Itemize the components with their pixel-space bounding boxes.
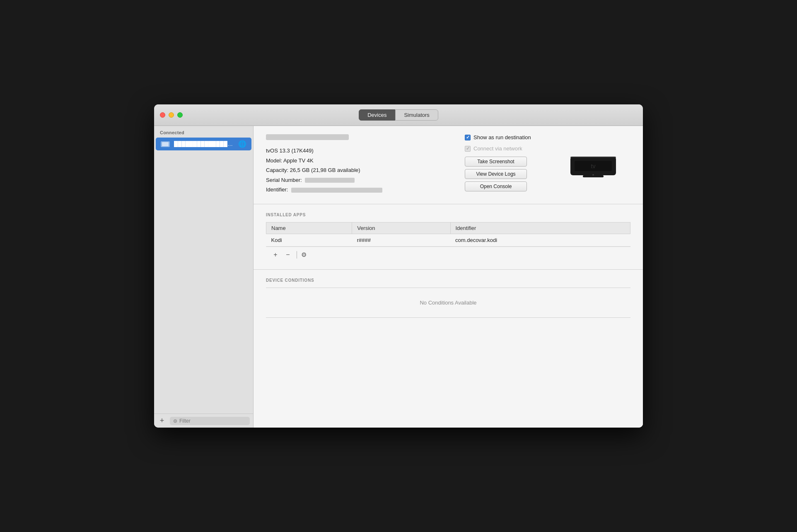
svg-rect-5 xyxy=(583,175,604,177)
show-run-destination-checkbox[interactable]: ✓ xyxy=(465,135,471,140)
model-row: Model: Apple TV 4K xyxy=(266,157,448,165)
main-window: Devices Simulators Connected ███████████… xyxy=(154,104,643,428)
app-identifier: com.decovar.kodi xyxy=(450,234,630,246)
connect-via-network-row: ✓ Connect via network xyxy=(465,145,539,152)
apple-tv-svg: tv xyxy=(564,146,622,184)
table-toolbar: + − ⚙ xyxy=(266,247,630,261)
svg-text:tv: tv xyxy=(591,163,596,169)
sidebar-footer: + ⊜ Filter xyxy=(154,414,253,428)
device-info-left: tvOS 13.3 (17K449) Model: Apple TV 4K Ca… xyxy=(266,134,448,196)
no-conditions-text: No Conditions Available xyxy=(266,291,630,314)
filter-icon: ⊜ xyxy=(173,418,177,424)
remove-app-button[interactable]: − xyxy=(283,251,292,258)
gear-icon[interactable]: ⚙ xyxy=(301,251,307,259)
open-console-button[interactable]: Open Console xyxy=(465,181,527,191)
device-name-blurred xyxy=(266,134,349,140)
connect-via-network-checkbox[interactable]: ✓ xyxy=(465,146,471,152)
capacity-row: Capacity: 26,5 GB (21,98 GB available) xyxy=(266,166,448,174)
sidebar-section-connected: Connected xyxy=(154,126,253,138)
apple-tv-icon xyxy=(161,141,170,147)
main-panel: tvOS 13.3 (17K449) Model: Apple TV 4K Ca… xyxy=(254,126,643,428)
content-area: Connected ████████████████ 🌐 + ⊜ Filter xyxy=(154,126,643,428)
sidebar: Connected ████████████████ 🌐 + ⊜ Filter xyxy=(154,126,254,428)
take-screenshot-button[interactable]: Take Screenshot xyxy=(465,157,527,167)
device-info-section: tvOS 13.3 (17K449) Model: Apple TV 4K Ca… xyxy=(254,126,643,204)
show-run-destination-label: Show as run destination xyxy=(473,134,531,140)
table-header-row: Name Version Identifier xyxy=(266,222,630,234)
conditions-top-divider xyxy=(266,288,630,288)
identifier-row: Identifier: xyxy=(266,186,448,194)
filter-box[interactable]: ⊜ Filter xyxy=(170,417,250,425)
serial-number-row: Serial Number: xyxy=(266,176,448,184)
close-button[interactable] xyxy=(160,112,165,118)
connect-via-network-label: Connect via network xyxy=(473,145,522,152)
apple-tv-image: tv xyxy=(556,134,630,196)
device-conditions-section: DEVICE CONDITIONS No Conditions Availabl… xyxy=(254,270,643,428)
toolbar-divider xyxy=(297,251,297,259)
show-run-destination-row: ✓ Show as run destination xyxy=(465,134,539,140)
svg-rect-1 xyxy=(570,157,616,158)
col-identifier: Identifier xyxy=(450,222,630,234)
filter-label: Filter xyxy=(179,418,191,424)
conditions-bottom-divider xyxy=(266,317,630,318)
device-conditions-title: DEVICE CONDITIONS xyxy=(266,278,630,283)
sidebar-device-name: ████████████████ xyxy=(174,141,234,147)
col-version: Version xyxy=(352,222,450,234)
tab-devices[interactable]: Devices xyxy=(359,109,395,121)
maximize-button[interactable] xyxy=(177,112,183,118)
traffic-lights xyxy=(160,112,183,118)
minimize-button[interactable] xyxy=(169,112,174,118)
apps-table: Name Version Identifier Kodi r#### com.d… xyxy=(266,222,630,247)
os-version-row: tvOS 13.3 (17K449) xyxy=(266,147,448,155)
device-actions: ✓ Show as run destination ✓ Connect via … xyxy=(465,134,539,196)
sidebar-item-apple-tv[interactable]: ████████████████ 🌐 xyxy=(156,138,251,150)
add-device-button[interactable]: + xyxy=(157,416,167,425)
tab-group: Devices Simulators xyxy=(359,109,438,121)
table-row[interactable]: Kodi r#### com.decovar.kodi xyxy=(266,234,630,246)
col-name: Name xyxy=(266,222,352,234)
installed-apps-title: INSTALLED APPS xyxy=(266,213,630,217)
view-device-logs-button[interactable]: View Device Logs xyxy=(465,169,527,179)
titlebar: Devices Simulators xyxy=(154,104,643,126)
app-version: r#### xyxy=(352,234,450,246)
network-globe-icon: 🌐 xyxy=(238,140,246,148)
add-app-button[interactable]: + xyxy=(271,251,280,258)
installed-apps-section: INSTALLED APPS Name Version Identifier K… xyxy=(254,204,643,270)
tab-simulators[interactable]: Simulators xyxy=(395,109,438,121)
app-name: Kodi xyxy=(266,234,352,246)
